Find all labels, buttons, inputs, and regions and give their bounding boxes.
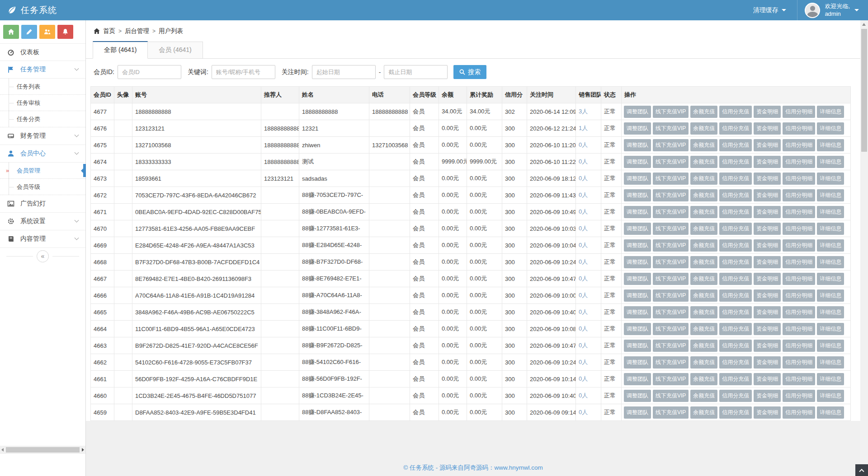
action-balance-recharge[interactable]: 余额充值: [690, 340, 717, 352]
action-detail-info[interactable]: 详细信息: [817, 223, 844, 235]
action-adjust-team[interactable]: 调整团队: [624, 306, 651, 318]
action-detail-info[interactable]: 详细信息: [817, 156, 844, 168]
action-balance-recharge[interactable]: 余额充值: [690, 406, 717, 419]
sales-team-link[interactable]: 0人: [579, 409, 588, 415]
action-adjust-team[interactable]: 调整团队: [624, 122, 651, 135]
action-adjust-team[interactable]: 调整团队: [624, 239, 651, 252]
action-fund-detail[interactable]: 资金明细: [754, 356, 781, 369]
action-offline-vip-recharge[interactable]: 线下充值VIP: [653, 256, 689, 268]
tab-all[interactable]: 全部 (4641): [93, 41, 148, 59]
action-fund-detail[interactable]: 资金明细: [754, 189, 781, 201]
action-balance-recharge[interactable]: 余额充值: [690, 206, 717, 218]
keyword-input[interactable]: [212, 65, 275, 79]
sales-team-link[interactable]: 0人: [579, 275, 588, 282]
scroll-right-arrow-icon[interactable]: [82, 448, 84, 452]
action-credit-recharge[interactable]: 信用分充值: [719, 223, 752, 235]
action-credit-detail[interactable]: 信用分明细: [783, 189, 815, 201]
action-detail-info[interactable]: 详细信息: [817, 289, 844, 302]
action-credit-detail[interactable]: 信用分明细: [783, 273, 815, 285]
action-balance-recharge[interactable]: 余额充值: [690, 189, 717, 201]
action-detail-info[interactable]: 详细信息: [817, 390, 844, 402]
vertical-scrollbar[interactable]: [860, 20, 868, 476]
sidebar-item-member-level[interactable]: 会员等级: [0, 179, 85, 195]
action-adjust-team[interactable]: 调整团队: [624, 406, 651, 419]
action-detail-info[interactable]: 详细信息: [817, 273, 844, 285]
action-detail-info[interactable]: 详细信息: [817, 373, 844, 385]
action-credit-detail[interactable]: 信用分明细: [783, 289, 815, 302]
action-credit-detail[interactable]: 信用分明细: [783, 156, 815, 168]
action-adjust-team[interactable]: 调整团队: [624, 173, 651, 185]
action-adjust-team[interactable]: 调整团队: [624, 340, 651, 352]
action-credit-detail[interactable]: 信用分明细: [783, 406, 815, 419]
sales-team-link[interactable]: 3人: [579, 108, 588, 115]
sidebar-item-member-manage[interactable]: » 会员管理: [0, 163, 85, 179]
action-fund-detail[interactable]: 资金明细: [754, 390, 781, 402]
action-credit-detail[interactable]: 信用分明细: [783, 390, 815, 402]
start-date-input[interactable]: [312, 65, 376, 79]
action-balance-recharge[interactable]: 余额充值: [690, 173, 717, 185]
sidebar-horizontal-scrollbar[interactable]: [0, 446, 85, 454]
action-credit-detail[interactable]: 信用分明细: [783, 122, 815, 135]
scroll-left-arrow-icon[interactable]: [1, 448, 4, 452]
action-offline-vip-recharge[interactable]: 线下充值VIP: [653, 173, 689, 185]
sidebar-item-content-management[interactable]: 内容管理: [0, 230, 85, 248]
action-fund-detail[interactable]: 资金明细: [754, 306, 781, 318]
action-credit-detail[interactable]: 信用分明细: [783, 106, 815, 118]
scroll-up-arrow-icon[interactable]: [862, 23, 866, 26]
action-credit-recharge[interactable]: 信用分充值: [719, 340, 752, 352]
back-to-top-button[interactable]: [855, 464, 868, 476]
action-credit-detail[interactable]: 信用分明细: [783, 323, 815, 335]
action-offline-vip-recharge[interactable]: 线下充值VIP: [653, 122, 689, 135]
action-offline-vip-recharge[interactable]: 线下充值VIP: [653, 323, 689, 335]
action-credit-recharge[interactable]: 信用分充值: [719, 189, 752, 201]
action-credit-recharge[interactable]: 信用分充值: [719, 206, 752, 218]
action-credit-recharge[interactable]: 信用分充值: [719, 173, 752, 185]
action-credit-recharge[interactable]: 信用分充值: [719, 406, 752, 419]
action-detail-info[interactable]: 详细信息: [817, 106, 844, 118]
action-credit-recharge[interactable]: 信用分充值: [719, 239, 752, 252]
action-credit-recharge[interactable]: 信用分充值: [719, 323, 752, 335]
action-balance-recharge[interactable]: 余额充值: [690, 373, 717, 385]
action-adjust-team[interactable]: 调整团队: [624, 256, 651, 268]
action-balance-recharge[interactable]: 余额充值: [690, 156, 717, 168]
action-adjust-team[interactable]: 调整团队: [624, 373, 651, 385]
action-credit-recharge[interactable]: 信用分充值: [719, 122, 752, 135]
sidebar-item-system-settings[interactable]: 系统设置: [0, 213, 85, 230]
action-balance-recharge[interactable]: 余额充值: [690, 356, 717, 369]
sales-team-link[interactable]: 0人: [579, 258, 588, 265]
action-offline-vip-recharge[interactable]: 线下充值VIP: [653, 406, 689, 419]
action-detail-info[interactable]: 详细信息: [817, 239, 844, 252]
action-balance-recharge[interactable]: 余额充值: [690, 139, 717, 151]
action-credit-recharge[interactable]: 信用分充值: [719, 373, 752, 385]
end-date-input[interactable]: [384, 65, 448, 79]
action-credit-recharge[interactable]: 信用分充值: [719, 106, 752, 118]
action-adjust-team[interactable]: 调整团队: [624, 390, 651, 402]
action-offline-vip-recharge[interactable]: 线下充值VIP: [653, 390, 689, 402]
sidebar-item-task-review[interactable]: 任务审核: [0, 95, 85, 111]
sales-team-link[interactable]: 0人: [579, 325, 588, 332]
action-credit-detail[interactable]: 信用分明细: [783, 173, 815, 185]
sales-team-link[interactable]: 1人: [579, 125, 588, 131]
action-offline-vip-recharge[interactable]: 线下充值VIP: [653, 289, 689, 302]
sidebar-collapse-button[interactable]: «: [37, 250, 49, 262]
action-fund-detail[interactable]: 资金明细: [754, 139, 781, 151]
action-adjust-team[interactable]: 调整团队: [624, 223, 651, 235]
action-balance-recharge[interactable]: 余额充值: [690, 289, 717, 302]
footer-link[interactable]: www.hnymwl.com: [494, 464, 542, 471]
action-credit-recharge[interactable]: 信用分充值: [719, 273, 752, 285]
action-credit-recharge[interactable]: 信用分充值: [719, 356, 752, 369]
action-fund-detail[interactable]: 资金明细: [754, 106, 781, 118]
action-credit-detail[interactable]: 信用分明细: [783, 306, 815, 318]
scrollbar-thumb[interactable]: [861, 29, 867, 152]
action-fund-detail[interactable]: 资金明细: [754, 289, 781, 302]
action-detail-info[interactable]: 详细信息: [817, 173, 844, 185]
quick-edit-button[interactable]: [21, 25, 37, 39]
action-credit-detail[interactable]: 信用分明细: [783, 356, 815, 369]
action-adjust-team[interactable]: 调整团队: [624, 156, 651, 168]
sales-team-link[interactable]: 0人: [579, 225, 588, 232]
action-offline-vip-recharge[interactable]: 线下充值VIP: [653, 273, 689, 285]
sales-team-link[interactable]: 0人: [579, 308, 588, 315]
action-credit-detail[interactable]: 信用分明细: [783, 340, 815, 352]
sales-team-link[interactable]: 0人: [579, 392, 588, 399]
action-fund-detail[interactable]: 资金明细: [754, 122, 781, 135]
